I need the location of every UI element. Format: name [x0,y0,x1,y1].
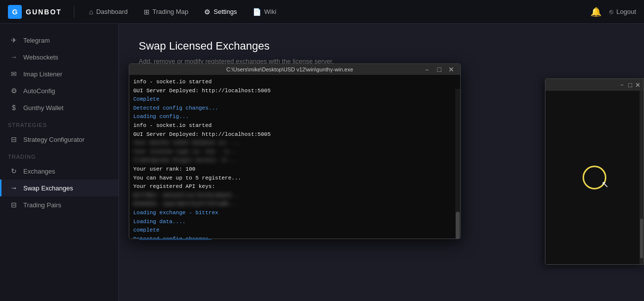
nav-trading-map[interactable]: ⊞ Trading Map [137,5,196,19]
second-window: － □ ✕ ↖ [545,78,644,265]
terminal-line: Complete [133,95,297,104]
notifications-button[interactable]: 🔔 [590,6,601,17]
terminal-line: Loading config... [133,113,297,121]
sidebar-item-gunthy-wallet[interactable]: $ Gunthy Wallet [0,99,118,116]
cursor-arrow-icon: ↖ [601,179,609,190]
websockets-icon: → [9,53,18,61]
terminal-line: Your registered API keys: [133,182,297,191]
nav-trading-map-label: Trading Map [153,8,189,15]
nav-settings-label: Settings [214,8,237,15]
cursor-indicator: ↖ [583,166,606,189]
sidebar-item-telegram[interactable]: ✈ Telegram [0,32,118,49]
terminal-line: Detected config changes... [133,104,297,113]
terminal-line: Tradingview Plugin Access: tr... [133,156,297,165]
terminal-line: info - socket.io started [133,78,297,87]
home-icon: ⌂ [89,8,93,16]
trading-section-label: Trading [0,148,118,163]
main-content: Swap Licensed Exchanges Add, remove or m… [119,24,644,301]
strategy-icon: ⊟ [9,135,18,143]
nav-dashboard-label: Dashboard [96,8,128,15]
terminal-line: GUI Server Deployed: http://localhost:50… [133,130,297,139]
wallet-icon: $ [9,104,18,112]
terminal-line: GUI Server Deployed: http://localhost:50… [133,87,297,96]
terminal-line: Detected config changes... [133,235,297,239]
terminal-window: C:\Users\mike\Desktop\USD v12\win\gunthy… [129,63,461,239]
terminal-title: C:\Users\mike\Desktop\USD v12\win\gunthy… [158,66,422,72]
sidebar: ✈ Telegram → Websockets ✉ Imap Listener … [0,24,119,301]
autoconfig-icon: ⚙ [9,87,18,95]
swap-icon: → [9,184,18,192]
terminal-body: info - socket.io startedGUI Server Deplo… [129,75,301,239]
second-minimize-button[interactable]: － [619,80,625,89]
terminal-line: Loading data.... [133,218,297,227]
terminal-minimize-button[interactable]: － [422,66,432,73]
telegram-icon: ✈ [9,36,18,44]
strategies-section-label: Strategies [0,116,118,131]
second-body: ↖ [545,91,644,264]
sidebar-item-trading-pairs-label: Trading Pairs [23,201,61,209]
sidebar-item-websockets-label: Websockets [23,54,58,61]
sidebar-item-imap-label: Imap Listener [23,70,62,78]
terminal-line: BITTREX: 0e52eb714c78445c9dae5... [133,191,297,200]
sidebar-item-exchanges-label: Exchanges [23,168,55,175]
nav-wiki[interactable]: 📄 Wiki [246,5,283,19]
grid-icon: ⊞ [144,8,150,16]
sidebar-item-autoconfig[interactable]: ⚙ AutoConfig [0,82,118,99]
logout-button[interactable]: ⎋ Logout [609,8,636,15]
sidebar-item-telegram-label: Telegram [23,37,50,44]
page-title: Swap Licensed Exchanges [139,40,624,53]
logo-icon: G [8,5,22,19]
sidebar-item-wallet-label: Gunthy Wallet [23,104,63,112]
sidebar-item-trading-pairs[interactable]: ⊟ Trading Pairs [0,196,118,213]
second-close-button[interactable]: ✕ [635,81,641,89]
second-scrollbar[interactable] [640,91,644,264]
second-maximize-button[interactable]: □ [628,81,632,89]
logout-icon: ⎋ [609,8,613,15]
second-titlebar: － □ ✕ [545,79,644,91]
nav-items: ⌂ Dashboard ⊞ Trading Map ⚙ Settings 📄 W… [82,5,591,19]
sidebar-item-swap-label: Swap Exchanges [23,184,73,192]
terminal-line: You can have up to 5 registere... [133,174,297,183]
terminal-titlebar: C:\Users\mike\Desktop\USD v12\win\gunthy… [129,64,460,75]
sidebar-item-websockets[interactable]: → Websockets [0,49,118,65]
terminal-line: BINANCE: oaqtVQF479jCF7ZhYoWM... [133,200,297,209]
body-area: ✈ Telegram → Websockets ✉ Imap Listener … [0,24,644,301]
nav-right: 🔔 ⎋ Logout [590,6,636,17]
second-scroll-thumb [640,219,643,258]
imap-icon: ✉ [9,70,18,78]
logo-area: G GUNBOT [8,5,62,19]
sidebar-item-imap[interactable]: ✉ Imap Listener [0,65,118,82]
logout-label: Logout [616,8,636,15]
nav-dashboard[interactable]: ⌂ Dashboard [82,5,135,19]
logo-text: GUNBOT [26,8,62,16]
trading-pairs-icon: ⊟ [9,201,18,209]
exchanges-icon: ↻ [9,167,18,175]
terminal-scroll-thumb [456,212,460,239]
terminal-line: Loading exchange - bittrex [133,209,297,218]
sidebar-item-exchanges[interactable]: ↻ Exchanges [0,163,118,180]
sidebar-item-strategy-label: Strategy Configurator [23,136,85,143]
nav-settings[interactable]: ⚙ Settings [197,5,244,19]
terminal-maximize-button[interactable]: □ [435,66,443,73]
nav-wiki-label: Wiki [264,8,276,15]
top-nav: G GUNBOT ⌂ Dashboard ⊞ Trading Map ⚙ Set… [0,0,644,24]
terminal-line: Your license type is: V12 - U... [133,148,297,157]
terminal-scrollbar[interactable] [455,89,460,239]
terminal-close-button[interactable]: ✕ [446,66,456,73]
terminal-line: info - socket.io started [133,121,297,130]
sidebar-item-swap-exchanges[interactable]: → Swap Exchanges [0,180,118,196]
gear-icon: ⚙ [204,8,211,16]
terminal-line: Your user rank: 100 [133,165,297,174]
sidebar-item-autoconfig-label: AutoConfig [23,87,55,95]
nav-divider [74,6,74,18]
wiki-icon: 📄 [253,8,261,16]
terminal-line: complete [133,226,297,235]
terminal-line: Your Gunthy token balance is: ... [133,139,297,148]
terminal-controls: － □ ✕ [422,66,456,73]
sidebar-item-strategy-configurator[interactable]: ⊟ Strategy Configurator [0,131,118,148]
